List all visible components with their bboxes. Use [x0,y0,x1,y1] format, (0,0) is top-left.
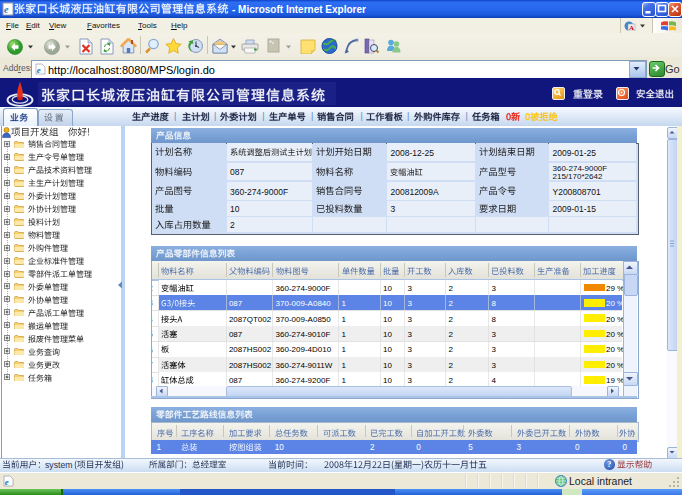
svg-text:A: A [629,24,634,31]
svg-text:e: e [4,4,9,15]
svg-text:e: e [37,65,41,75]
svg-text:e: e [5,477,9,487]
svg-text:?: ? [607,460,611,469]
